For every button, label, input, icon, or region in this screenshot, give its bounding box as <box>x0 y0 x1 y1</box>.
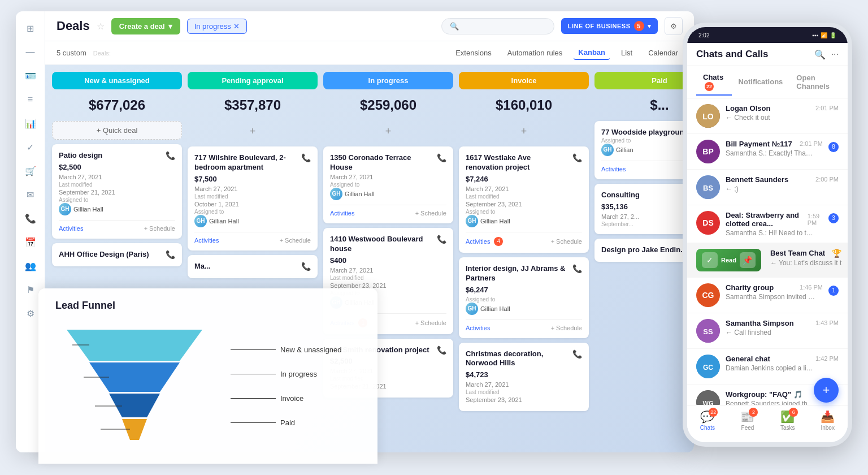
deal-phone-icon[interactable]: 📞 <box>301 262 311 271</box>
column-total-inprogress: $259,060 <box>323 94 453 116</box>
activities-button[interactable]: Activities <box>601 166 626 172</box>
avatar: GH <box>466 215 478 227</box>
deal-card[interactable]: Consulting $35,136 March 27, 2... Septem… <box>594 184 694 234</box>
kanban-button[interactable]: Kanban <box>574 46 610 60</box>
list-button[interactable]: List <box>617 46 637 59</box>
sidebar-settings-icon[interactable]: ⚙ <box>20 303 41 323</box>
nav-tasks[interactable]: ✅ 6 Tasks <box>780 410 795 431</box>
chat-item[interactable]: CG Charity group 1:46 PM Samantha Simpso… <box>687 278 848 313</box>
deal-card[interactable]: Interior design, JJ Abrams & Partners 📞 … <box>459 257 589 338</box>
chat-item[interactable]: BP Bill Payment №117 2:01 PM Samantha S.… <box>687 134 848 170</box>
deal-phone-icon[interactable]: 📞 <box>437 235 446 244</box>
deal-card[interactable]: 77 Woodside playground Assigned to GH Gi… <box>594 121 694 179</box>
deal-modified-date: September 23, 2021 <box>330 282 446 289</box>
search-input[interactable]: 🔍 <box>441 18 554 34</box>
deal-card[interactable]: 717 Wilshire Boulevard, 2-bedroom apartm… <box>188 146 318 251</box>
funnel-legend: New & unassigned In progress Invoice Pai… <box>231 346 341 427</box>
deal-phone-icon[interactable]: 📞 <box>166 151 175 160</box>
deal-card[interactable]: 1350 Coronado Terrace House 📞 March 27, … <box>323 146 453 223</box>
chat-item[interactable]: ✓ Read 📌 Best Team Chat 🏆 ← You: Let's d… <box>687 243 848 278</box>
sidebar-grid-icon[interactable]: ⊞ <box>20 18 41 38</box>
deal-card[interactable]: Christmas decoration, Norwood Hills 📞 $4… <box>459 343 589 412</box>
nav-feed[interactable]: 📰 2 Feed <box>740 410 754 431</box>
calendar-button[interactable]: Calendar <box>644 46 683 59</box>
column-total-invoice: $160,010 <box>459 94 589 116</box>
deal-assigned-label: Assigned to <box>59 197 175 203</box>
sidebar-cart-icon[interactable]: 🛒 <box>20 161 41 181</box>
chat-item[interactable]: SS Samantha Simpson 1:43 PM ← Call finis… <box>687 313 848 349</box>
phone-screen: Chats and Calls 🔍 ··· Chats 22 Notificat… <box>687 43 848 442</box>
schedule-button[interactable]: + Schedule <box>551 238 582 245</box>
add-card-button[interactable]: + <box>323 121 453 142</box>
deal-phone-icon[interactable]: 📞 <box>166 250 175 259</box>
deal-assigned-label: Assigned to <box>194 209 311 215</box>
lead-funnel-panel: Lead Funnel <box>38 288 377 464</box>
deal-title: 1617 Westlake Ave renovation project <box>466 153 568 172</box>
schedule-button[interactable]: + Schedule <box>415 319 446 326</box>
chat-time: 1:43 PM <box>815 319 839 326</box>
chat-item[interactable]: BS Bennett Saunders 2:00 PM ← ;) <box>687 170 848 205</box>
chat-item[interactable]: LO Logan Olson 2:01 PM ← Check it out <box>687 98 848 134</box>
add-card-button[interactable]: + <box>459 121 589 142</box>
schedule-button[interactable]: + Schedule <box>280 237 311 244</box>
deal-phone-icon[interactable]: 📞 <box>572 349 582 359</box>
extensions-button[interactable]: Extensions <box>451 46 496 59</box>
sidebar-id-icon[interactable]: 🪪 <box>20 66 41 86</box>
deal-card[interactable]: Design pro Jake Endin... <box>594 239 694 262</box>
deal-modified-date: October 1, 2021 <box>194 201 311 208</box>
tab-chats[interactable]: Chats 22 <box>696 71 732 93</box>
green-card-label: Read <box>721 257 736 264</box>
svg-text:SS: SS <box>703 327 713 336</box>
activities-button[interactable]: Activities <box>59 225 83 232</box>
more-icon[interactable]: ··· <box>831 49 839 59</box>
activities-button[interactable]: Activities <box>194 237 219 244</box>
deal-phone-icon[interactable]: 📞 <box>437 346 446 355</box>
quick-deal-button[interactable]: + Quick deal <box>52 121 182 140</box>
sidebar-calendar-icon[interactable]: 📅 <box>20 232 41 252</box>
deal-title: AHH Office Design (Paris) <box>59 250 161 260</box>
toolbar-separator: Deals: <box>93 50 111 57</box>
funnel-legend-item: In progress <box>231 370 341 378</box>
automation-button[interactable]: Automation rules <box>503 46 567 59</box>
deal-phone-icon[interactable]: 📞 <box>301 153 311 162</box>
pin-icon[interactable]: 📌 <box>740 252 756 268</box>
column-header-paid: Paid <box>594 72 694 89</box>
activities-button[interactable]: Activities 4 <box>466 237 503 246</box>
sidebar-mail-icon[interactable]: ✉ <box>20 184 41 205</box>
deal-phone-icon[interactable]: 📞 <box>572 264 582 273</box>
deal-phone-icon[interactable]: 📞 <box>572 153 582 162</box>
deal-card[interactable]: AHH Office Design (Paris) 📞 <box>52 243 182 266</box>
tab-open-channels[interactable]: Open Channels <box>789 71 839 93</box>
nav-chats[interactable]: 💬 22 Chats <box>700 410 715 431</box>
nav-inbox[interactable]: 📥 Inbox <box>821 410 835 431</box>
settings-button[interactable]: ⚙ <box>665 17 683 35</box>
favorite-icon[interactable]: ☆ <box>97 21 105 32</box>
chat-item[interactable]: DS Deal: Strawberry and clotted crea... … <box>687 205 848 243</box>
sidebar-flag-icon[interactable]: ⚑ <box>20 279 41 300</box>
sidebar-minus-icon[interactable]: ― <box>20 42 41 62</box>
chat-name: Workgroup: "FAQ" 🎵 <box>726 390 802 399</box>
funnel-label: Invoice <box>280 394 303 403</box>
sidebar-check-icon[interactable]: ✓ <box>20 137 41 157</box>
schedule-button[interactable]: + Schedule <box>551 325 582 331</box>
filter-inprogress-button[interactable]: In progress ✕ <box>187 19 247 34</box>
deal-card[interactable]: Ma... 📞 <box>188 255 318 278</box>
deal-card[interactable]: 1617 Westlake Ave renovation project 📞 $… <box>459 146 589 253</box>
deal-phone-icon[interactable]: 📞 <box>437 153 446 162</box>
add-card-button[interactable]: + <box>188 121 318 142</box>
avatar: DS <box>696 211 720 235</box>
fab-compose-button[interactable]: + <box>814 378 839 403</box>
line-of-business-button[interactable]: LINE OF BUSINESS 5 ▾ <box>561 18 658 34</box>
sidebar-people-icon[interactable]: 👥 <box>20 256 41 276</box>
sidebar-layers-icon[interactable]: ≡ <box>20 89 41 110</box>
activities-button[interactable]: Activities <box>330 210 354 217</box>
schedule-button[interactable]: + Schedule <box>415 210 446 217</box>
sidebar-phone-icon[interactable]: 📞 <box>20 208 41 228</box>
deal-card[interactable]: Patio design 📞 $2,500 March 27, 2021 Las… <box>52 144 182 239</box>
activities-button[interactable]: Activities <box>466 325 490 331</box>
create-deal-button[interactable]: Create a deal ▾ <box>111 18 180 34</box>
search-icon[interactable]: 🔍 <box>814 49 826 60</box>
schedule-button[interactable]: + Schedule <box>144 225 175 232</box>
tab-notifications[interactable]: Notifications <box>732 75 790 88</box>
sidebar-chart-icon[interactable]: 📊 <box>20 113 41 133</box>
